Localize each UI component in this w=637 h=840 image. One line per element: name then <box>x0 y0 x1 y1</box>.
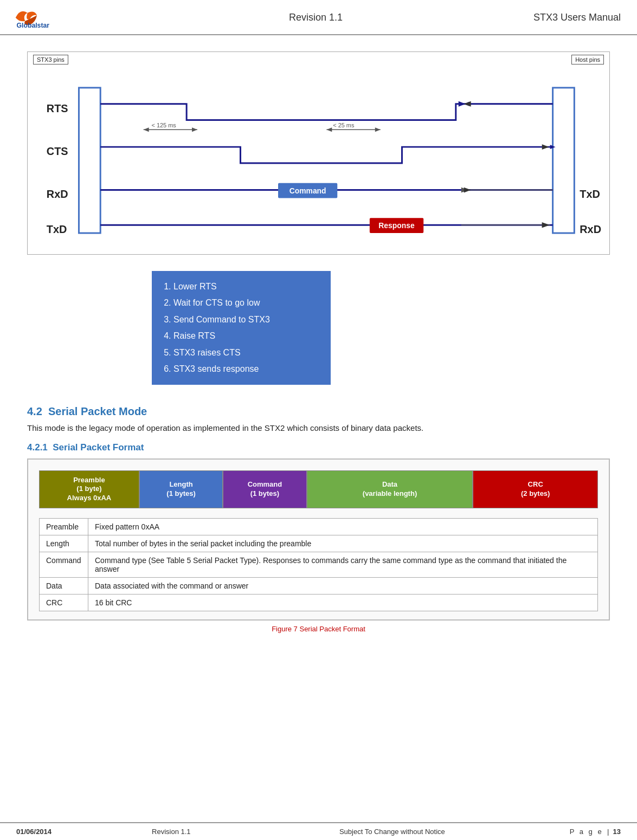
waveform-svg: RTS CTS RxD TxD TxD RxD Comman <box>36 71 601 244</box>
table-row: CRC 16 bit CRC <box>40 594 598 611</box>
step-3: Send Command to STX3 <box>173 312 321 328</box>
footer-page: P a g e | 13 <box>539 828 621 836</box>
cts-label: CTS <box>47 145 68 157</box>
steps-box: Lower RTS Wait for CTS to go low Send Co… <box>152 271 331 385</box>
step-2: Wait for CTS to go low <box>173 295 321 311</box>
svg-marker-27 <box>464 188 471 193</box>
svg-marker-30 <box>464 101 471 107</box>
desc-length: Total number of bytes in the serial pack… <box>88 535 598 552</box>
svg-rect-1 <box>553 88 575 233</box>
desc-command: Command type (See Table 5 Serial Packet … <box>88 552 598 577</box>
svg-marker-11 <box>192 127 197 132</box>
steps-container: Lower RTS Wait for CTS to go low Send Co… <box>152 271 331 385</box>
field-crc: CRC <box>40 594 88 611</box>
field-data: Data <box>40 577 88 594</box>
stx3-pins-label: STX3 pins <box>33 55 68 64</box>
section-42-heading: 4.2 Serial Packet Mode <box>27 405 610 418</box>
svg-text:< 25 ms: < 25 ms <box>333 122 355 128</box>
step-5: STX3 raises CTS <box>173 345 321 361</box>
step-4: Raise RTS <box>173 328 321 344</box>
pkt-preamble: Preamble(1 byte)Always 0xAA <box>39 470 139 508</box>
header: Globalstar Revision 1.1 STX3 Users Manua… <box>0 0 637 35</box>
rxd-label-right: RxD <box>580 223 601 235</box>
desc-data: Data associated with the command or answ… <box>88 577 598 594</box>
pkt-crc: CRC(2 bytes) <box>473 470 598 508</box>
packet-format-container: Preamble(1 byte)Always 0xAA Length(1 byt… <box>27 458 610 621</box>
figure-caption: Figure 7 Serial Packet Format <box>27 625 610 633</box>
table-row: Preamble Fixed pattern 0xAA <box>40 518 598 535</box>
rxd-label: RxD <box>47 189 68 201</box>
section-421-heading: 4.2.1 Serial Packet Format <box>27 442 610 453</box>
globalstar-logo: Globalstar <box>11 5 87 30</box>
svg-marker-10 <box>144 127 149 132</box>
svg-marker-14 <box>326 127 332 132</box>
svg-marker-29 <box>542 144 549 150</box>
desc-crc: 16 bit CRC <box>88 594 598 611</box>
footer: 01/06/2014 Revision 1.1 Subject To Chang… <box>0 822 637 840</box>
table-row: Length Total number of bytes in the seri… <box>40 535 598 552</box>
txd-label-right: TxD <box>580 189 600 201</box>
field-length: Length <box>40 535 88 552</box>
header-title: STX3 Users Manual <box>512 12 621 23</box>
timing-diagram: STX3 pins Host pins RTS CTS RxD TxD TxD … <box>27 51 610 255</box>
packet-table: Preamble Fixed pattern 0xAA Length Total… <box>39 518 598 611</box>
table-row: Command Command type (See Table 5 Serial… <box>40 552 598 577</box>
pkt-command: Command(1 bytes) <box>223 470 306 508</box>
txd-label-left: TxD <box>47 223 67 235</box>
svg-text:Globalstar: Globalstar <box>17 22 50 29</box>
packet-boxes: Preamble(1 byte)Always 0xAA Length(1 byt… <box>39 470 598 508</box>
logo-area: Globalstar <box>11 5 119 30</box>
svg-text:Response: Response <box>378 221 415 230</box>
field-preamble: Preamble <box>40 518 88 535</box>
pkt-data: Data(variable length) <box>307 470 473 508</box>
svg-rect-2 <box>79 88 100 233</box>
field-command: Command <box>40 552 88 577</box>
pkt-length: Length(1 bytes) <box>139 470 223 508</box>
rts-label: RTS <box>47 102 68 114</box>
svg-text:< 125 ms: < 125 ms <box>152 122 177 128</box>
section-42-body: This mode is the legacy mode of operatio… <box>27 422 610 435</box>
desc-preamble: Fixed pattern 0xAA <box>88 518 598 535</box>
table-row: Data Data associated with the command or… <box>40 577 598 594</box>
footer-date: 01/06/2014 <box>16 828 98 836</box>
step-6: STX3 sends response <box>173 361 321 377</box>
header-revision: Revision 1.1 <box>119 12 512 23</box>
step-1: Lower RTS <box>173 279 321 295</box>
svg-text:Command: Command <box>289 186 326 195</box>
footer-subject: Subject To Change without Notice <box>245 828 539 836</box>
main-content: STX3 pins Host pins RTS CTS RxD TxD TxD … <box>0 35 637 649</box>
svg-marker-15 <box>375 127 381 132</box>
footer-revision: Revision 1.1 <box>98 828 245 836</box>
svg-marker-28 <box>542 222 549 228</box>
host-pins-label: Host pins <box>571 55 604 64</box>
